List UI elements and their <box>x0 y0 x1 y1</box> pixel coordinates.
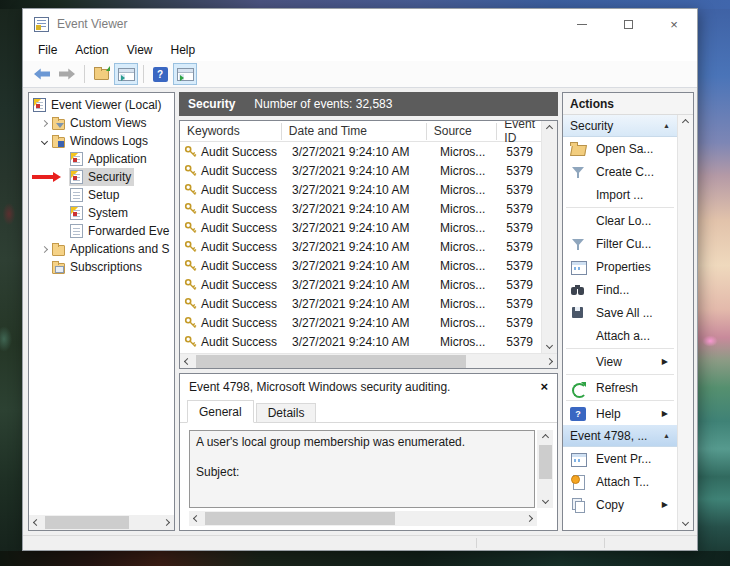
scrollbar-thumb[interactable] <box>45 516 129 529</box>
scroll-up-button[interactable] <box>543 430 548 445</box>
log-event-count: Number of events: 32,583 <box>254 97 392 111</box>
event-row[interactable]: Audit Success3/27/2021 9:24:10 AMMicros.… <box>180 199 541 218</box>
scroll-left-button[interactable] <box>180 354 195 369</box>
tree-item-custom-views[interactable]: Custom Views <box>29 114 174 132</box>
action-filter-cu[interactable]: Filter Cu... <box>563 232 677 255</box>
collapse-icon[interactable]: ▲ <box>663 432 670 439</box>
action-help[interactable]: Help▶ <box>563 402 677 425</box>
column-header-date-time[interactable]: Date and Time <box>282 123 427 140</box>
scroll-right-button[interactable] <box>522 511 537 526</box>
action-refresh[interactable]: Refresh <box>563 376 677 399</box>
tree-horizontal-scrollbar[interactable] <box>29 515 174 530</box>
show-action-pane-button[interactable] <box>173 63 197 85</box>
action-properties[interactable]: Properties <box>563 255 677 278</box>
action-create-c[interactable]: Create C... <box>563 160 677 183</box>
forward-button[interactable] <box>55 63 79 85</box>
maximize-icon <box>624 20 633 29</box>
collapse-icon[interactable]: ▲ <box>663 122 670 129</box>
export-button[interactable] <box>89 63 113 85</box>
actions-vertical-scrollbar[interactable] <box>677 115 693 530</box>
event-row[interactable]: Audit Success3/27/2021 9:24:10 AMMicros.… <box>180 218 541 237</box>
close-button[interactable]: × <box>651 9 697 39</box>
chevron-left-icon <box>184 357 191 364</box>
tree-item-applications-and-s[interactable]: Applications and S <box>29 240 174 258</box>
menu-help[interactable]: Help <box>162 41 205 59</box>
actions-section-header-event-4798[interactable]: Event 4798, ...▲ <box>563 425 677 447</box>
action-view[interactable]: View▶ <box>563 350 677 373</box>
scrollbar-thumb[interactable] <box>205 512 395 525</box>
tree-item-subscriptions[interactable]: Subscriptions <box>29 258 174 276</box>
chevron-down-icon[interactable] <box>37 139 51 144</box>
title-bar[interactable]: Event Viewer × <box>23 9 697 39</box>
scroll-up-button[interactable] <box>683 115 688 130</box>
chevron-down-icon <box>541 497 548 504</box>
table-vertical-scrollbar[interactable] <box>541 121 557 353</box>
column-header-event-id[interactable]: Event ID <box>497 123 541 140</box>
back-button[interactable] <box>30 63 54 85</box>
event-row[interactable]: Audit Success3/27/2021 9:24:10 AMMicros.… <box>180 275 541 294</box>
key-icon <box>184 297 197 310</box>
status-bar <box>23 535 697 550</box>
tab-general[interactable]: General <box>187 400 254 423</box>
event-row[interactable]: Audit Success3/27/2021 9:24:10 AMMicros.… <box>180 237 541 256</box>
actions-section-header-security[interactable]: Security▲ <box>563 115 677 137</box>
cell-event-id: 5379 <box>504 145 541 159</box>
cell-source: Micros... <box>432 164 504 178</box>
event-viewer-window: Event Viewer × FileActionViewHelp Event … <box>22 8 698 551</box>
scroll-down-button[interactable] <box>543 493 548 508</box>
detail-vertical-scrollbar[interactable] <box>537 430 553 508</box>
scroll-up-button[interactable] <box>542 121 558 136</box>
event-row[interactable]: Audit Success3/27/2021 9:24:10 AMMicros.… <box>180 294 541 313</box>
action-event-pr[interactable]: Event Pr... <box>563 447 677 470</box>
menu-action[interactable]: Action <box>66 41 117 59</box>
action-clear-lo[interactable]: Clear Lo... <box>563 209 677 232</box>
scroll-down-button[interactable] <box>683 515 688 530</box>
scroll-left-button[interactable] <box>189 511 204 526</box>
tree-item-forwarded-eve[interactable]: Forwarded Eve <box>29 222 174 240</box>
tab-details[interactable]: Details <box>256 403 317 423</box>
detail-horizontal-scrollbar[interactable] <box>189 511 537 526</box>
chevron-right-icon[interactable] <box>37 247 51 252</box>
menu-view[interactable]: View <box>118 41 162 59</box>
column-header-source[interactable]: Source <box>427 123 498 140</box>
chevron-right-icon[interactable] <box>37 121 51 126</box>
tree-item-application[interactable]: Application <box>29 150 174 168</box>
action-copy[interactable]: Copy▶ <box>563 493 677 516</box>
column-header-keywords[interactable]: Keywords <box>180 123 282 140</box>
tree-item-system[interactable]: System <box>29 204 174 222</box>
scroll-left-button[interactable] <box>29 515 44 530</box>
tree-item-setup[interactable]: Setup <box>29 186 174 204</box>
action-attach-a[interactable]: Attach a... <box>563 324 677 347</box>
scroll-right-button[interactable] <box>159 515 174 530</box>
cell-source: Micros... <box>432 240 504 254</box>
action-find[interactable]: Find... <box>563 278 677 301</box>
tree-item-label: Setup <box>88 188 119 202</box>
action-label: Find... <box>596 283 629 297</box>
tree-item-security[interactable]: Security <box>29 168 174 186</box>
menu-file[interactable]: File <box>29 41 66 59</box>
event-row[interactable]: Audit Success3/27/2021 9:24:10 AMMicros.… <box>180 161 541 180</box>
tree-item-windows-logs[interactable]: Windows Logs <box>29 132 174 150</box>
help-button[interactable] <box>148 63 172 85</box>
cell-event-id: 5379 <box>504 240 541 254</box>
action-import[interactable]: Import ... <box>563 183 677 206</box>
event-row[interactable]: Audit Success3/27/2021 9:24:10 AMMicros.… <box>180 180 541 199</box>
event-row[interactable]: Audit Success3/27/2021 9:24:10 AMMicros.… <box>180 256 541 275</box>
submenu-arrow-icon: ▶ <box>662 500 668 509</box>
table-horizontal-scrollbar[interactable] <box>180 353 557 368</box>
action-open-sa[interactable]: Open Sa... <box>563 137 677 160</box>
event-row[interactable]: Audit Success3/27/2021 9:24:10 AMMicros.… <box>180 313 541 332</box>
scrollbar-thumb[interactable] <box>539 445 552 479</box>
detail-close-button[interactable]: × <box>540 379 548 394</box>
minimize-button[interactable] <box>559 9 605 39</box>
action-attach-t[interactable]: Attach T... <box>563 470 677 493</box>
scroll-down-button[interactable] <box>542 338 558 353</box>
show-console-tree-button[interactable] <box>114 63 138 85</box>
maximize-button[interactable] <box>605 9 651 39</box>
tree-item-event-viewer-local[interactable]: Event Viewer (Local) <box>29 96 174 114</box>
event-row[interactable]: Audit Success3/27/2021 9:24:10 AMMicros.… <box>180 332 541 351</box>
scrollbar-thumb[interactable] <box>196 355 466 368</box>
event-row[interactable]: Audit Success3/27/2021 9:24:10 AMMicros.… <box>180 142 541 161</box>
scroll-right-button[interactable] <box>542 354 557 369</box>
action-save-all[interactable]: Save All ... <box>563 301 677 324</box>
